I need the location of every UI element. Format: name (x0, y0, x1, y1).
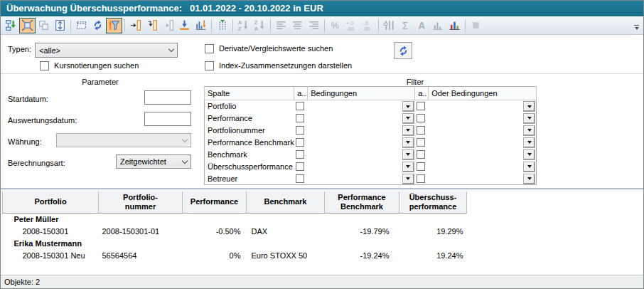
typen-select[interactable]: <alle> (35, 43, 178, 58)
filter-condition-dropdown-button[interactable] (402, 101, 414, 112)
group-name: Erika Mustermann (3, 237, 644, 249)
filter-header-1: a.. (294, 87, 308, 100)
filter-or-dropdown-button[interactable] (523, 137, 535, 148)
filter-condition-cell[interactable] (308, 173, 415, 185)
filter-condition-cell[interactable] (308, 100, 415, 112)
filter-or-checkbox[interactable] (417, 102, 425, 110)
filter-condition-cell[interactable] (308, 149, 415, 161)
filter-or-condition-cell[interactable] (429, 125, 537, 137)
filter-or-checkbox[interactable] (417, 162, 425, 171)
chart-button[interactable] (446, 18, 463, 33)
filter-condition-cell[interactable] (308, 161, 415, 173)
filter-or-checkbox[interactable] (417, 150, 425, 159)
filter-or-checkbox[interactable] (417, 138, 425, 147)
filter-condition-dropdown-button[interactable] (402, 162, 414, 172)
filter-and-checkbox[interactable] (296, 114, 304, 122)
filter-and-cell (294, 161, 308, 173)
results-header-2[interactable]: Performance (183, 191, 247, 213)
derivate-checkbox[interactable] (205, 44, 214, 53)
filter-or-condition-cell[interactable] (429, 149, 537, 161)
filter-and-checkbox[interactable] (296, 162, 304, 171)
stop-icon (470, 19, 482, 31)
berechnungsart-select[interactable]: Zeitgewichtet (116, 154, 191, 169)
group-row[interactable]: Erika Mustermann (3, 237, 644, 249)
filter-or-dropdown-button[interactable] (523, 174, 535, 184)
filter-or-checkbox[interactable] (417, 174, 425, 183)
filter-or-dropdown-button[interactable] (523, 149, 535, 160)
align-left-button (273, 18, 289, 33)
sort-asc-button: AZ (235, 18, 252, 33)
filter-or-dropdown-button[interactable] (523, 125, 535, 136)
group-row[interactable]: Peter Müller (3, 213, 644, 225)
expand-all-button[interactable] (19, 18, 36, 33)
toolbar-overflow-button[interactable] (632, 22, 641, 32)
startdatum-input[interactable] (144, 90, 191, 105)
refresh-button[interactable] (90, 18, 106, 33)
filter-row: Portfolio (205, 100, 537, 112)
filter-button[interactable] (106, 18, 122, 33)
filter-row: Performance Benchmark (205, 137, 537, 149)
align-center-button (289, 18, 306, 33)
toolbar-separator (232, 19, 233, 32)
filter-or-condition-cell[interactable] (429, 137, 537, 149)
filter-or-condition-cell[interactable] (429, 161, 537, 173)
derivate-option: Derivate/Vergleichswerte suchen (205, 44, 333, 53)
filter-condition-dropdown-button[interactable] (402, 174, 414, 184)
filter-or-checkbox[interactable] (417, 114, 425, 122)
cell-1: 2008-150301-01 (99, 225, 183, 237)
svg-text:.00: .00 (363, 26, 370, 31)
refresh-button[interactable] (394, 42, 412, 59)
results-header-4[interactable]: PerformanceBenchmark (325, 191, 399, 213)
column-fix-button[interactable] (214, 18, 230, 33)
filter-and-checkbox[interactable] (296, 102, 304, 110)
decimal-remove-icon: -.0.00 (362, 19, 374, 31)
index-checkbox[interactable] (205, 61, 214, 70)
sum-icon: Σ (399, 19, 412, 31)
filter-or-and-cell (415, 149, 429, 161)
filter-condition-dropdown-button[interactable] (402, 125, 414, 136)
filter-condition-dropdown-button[interactable] (402, 113, 414, 124)
filter-or-condition-cell[interactable] (429, 100, 537, 112)
filter-or-checkbox[interactable] (417, 126, 425, 135)
filter-header-0: Spalte (205, 87, 294, 100)
chevron-down-icon (178, 134, 190, 147)
filter-or-dropdown-button[interactable] (523, 113, 535, 124)
column-sum-button[interactable] (176, 18, 193, 33)
filter-and-checkbox[interactable] (296, 138, 304, 147)
results-header-3[interactable]: Benchmark (247, 191, 325, 213)
filter-and-checkbox[interactable] (296, 126, 304, 135)
filter-or-dropdown-button[interactable] (523, 101, 535, 112)
filter-and-checkbox[interactable] (296, 150, 304, 159)
table-row[interactable]: 2008-1503012008-150301-01-0.50%DAX-19.79… (3, 225, 644, 237)
results-header-0[interactable]: Portfolio (3, 191, 99, 213)
object-count: Objekte: 2 (4, 278, 40, 286)
results-header-1[interactable]: Portfolio-nummer (99, 191, 183, 213)
column-insert-right-button[interactable] (127, 18, 144, 33)
filter-condition-cell[interactable] (308, 112, 415, 125)
svg-text:Σ: Σ (402, 20, 409, 31)
filter-and-checkbox[interactable] (296, 174, 304, 183)
filter-condition-cell[interactable] (308, 137, 415, 149)
filter-or-condition-cell[interactable] (429, 173, 537, 185)
fit-height-button[interactable] (52, 18, 68, 33)
chevron-down-icon (635, 27, 639, 30)
table-row[interactable]: 2008-150301 Neu565645640%Euro STOXX 50-1… (3, 249, 644, 261)
toolbar-separator (124, 19, 125, 32)
filter-or-dropdown-button[interactable] (523, 162, 535, 172)
auswertungsdatum-input[interactable] (144, 112, 191, 126)
filter-condition-cell[interactable] (308, 125, 415, 137)
tree-collapse-button[interactable] (3, 18, 19, 33)
new-window-button[interactable] (73, 18, 90, 33)
filter-condition-dropdown-button[interactable] (402, 149, 414, 160)
waehrung-select (56, 133, 191, 147)
filter-row: Performance (205, 112, 537, 125)
filter-condition-dropdown-button[interactable] (402, 137, 414, 148)
expand-all-icon (21, 19, 33, 31)
cell-3: Euro STOXX 50 (247, 249, 325, 261)
kursnotierungen-checkbox[interactable] (40, 61, 49, 70)
filter-or-condition-cell[interactable] (429, 112, 537, 125)
results-header-5[interactable]: Überschuss-performance (399, 191, 467, 213)
column-stats-button[interactable] (193, 18, 209, 33)
column-insert-sub-button[interactable] (144, 18, 160, 33)
berechnungsart-selected-value: Zeitgewichtet (117, 157, 178, 166)
